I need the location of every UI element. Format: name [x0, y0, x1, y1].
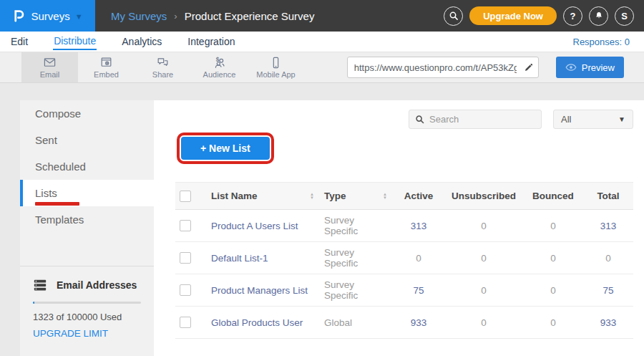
table-row: Product A Users List Survey Specific 313…: [175, 210, 633, 242]
row-checkbox[interactable]: [180, 252, 191, 264]
tab-distribute[interactable]: Distribute: [53, 33, 97, 50]
tab-integration[interactable]: Integration: [187, 34, 235, 49]
column-header-active: Active: [393, 183, 444, 210]
breadcrumb: My Surveys › Product Experience Survey: [111, 10, 314, 22]
new-list-row: + New List: [175, 133, 633, 164]
total-count[interactable]: 933: [600, 317, 617, 328]
email-usage-text: 1323 of 100000 Used: [33, 312, 141, 322]
questionpro-logo-icon: [12, 8, 26, 24]
list-search-box: [409, 110, 542, 129]
active-count[interactable]: 75: [413, 285, 424, 296]
product-label: Surveys: [31, 10, 69, 22]
total-count[interactable]: 75: [602, 285, 613, 296]
unsubscribed-count: 0: [481, 285, 487, 296]
sidebar-item-scheduled[interactable]: Scheduled: [20, 153, 154, 180]
email-envelope-icon: [42, 56, 57, 69]
breadcrumb-my-surveys[interactable]: My Surveys: [111, 10, 167, 22]
unsubscribed-count: 0: [481, 221, 487, 231]
share-chat-bubbles-icon: [155, 56, 170, 69]
bounced-count: 0: [550, 253, 556, 264]
select-all-checkbox[interactable]: [180, 191, 191, 202]
chevron-down-icon: ▼: [75, 12, 83, 21]
email-addresses-section: Email Addresses 1323 of 100000 Used UPGR…: [20, 266, 154, 339]
row-checkbox[interactable]: [180, 317, 191, 328]
annotation-red-underline: [35, 202, 79, 206]
bounced-count: 0: [550, 317, 556, 328]
upgrade-now-button[interactable]: Upgrade Now: [469, 6, 557, 25]
list-name-link[interactable]: Default List-1: [211, 253, 268, 264]
tab-analytics[interactable]: Analytics: [121, 34, 162, 49]
svg-text:$: $: [216, 56, 220, 63]
notifications-bell-icon[interactable]: [589, 6, 608, 26]
search-input[interactable]: [429, 114, 535, 125]
breadcrumb-separator: ›: [174, 11, 177, 21]
active-count[interactable]: 933: [411, 317, 427, 328]
sidebar-item-sent[interactable]: Sent: [20, 127, 154, 153]
table-row: Default List-1 Survey Specific 0 0 0 0: [175, 242, 633, 274]
list-name-link[interactable]: Global Products User: [211, 317, 303, 328]
channel-embed[interactable]: Embed: [78, 52, 135, 82]
sort-icon[interactable]: ▲▼: [383, 193, 387, 200]
email-usage-progress: [33, 302, 141, 304]
total-count: 0: [605, 253, 611, 264]
filter-selected-value: All: [561, 114, 571, 125]
responses-count[interactable]: Responses: 0: [573, 37, 635, 47]
email-lists-table: List Name ▲▼ Type ▲▼ Active Unsubscribed…: [175, 182, 633, 339]
unsubscribed-count: 0: [481, 317, 487, 328]
sidebar-item-templates[interactable]: Templates: [20, 206, 154, 233]
upgrade-limit-link[interactable]: UPGRADE LIMIT: [33, 328, 141, 339]
table-row: Global Products User Global 933 0 0 933: [175, 307, 633, 339]
list-filter-dropdown[interactable]: All ▼: [553, 110, 633, 129]
survey-tab-bar: Edit Distribute Analytics Integration Re…: [0, 32, 644, 52]
table-header-row: List Name ▲▼ Type ▲▼ Active Unsubscribed…: [175, 183, 633, 210]
column-header-list-name[interactable]: List Name ▲▼: [207, 183, 320, 210]
new-list-button[interactable]: + New List: [181, 137, 270, 160]
sidebar-item-lists[interactable]: Lists: [20, 180, 154, 206]
top-actions: Upgrade Now ? S: [444, 6, 644, 26]
share-url-group: Preview: [347, 52, 644, 82]
avatar[interactable]: S: [615, 6, 634, 26]
embed-window-gear-icon: [99, 56, 114, 69]
email-usage-progress-fill: [33, 302, 34, 304]
lists-content: All ▼ + New List List Name ▲▼: [154, 100, 644, 356]
bounced-count: 0: [550, 221, 556, 231]
total-count[interactable]: 313: [600, 221, 617, 231]
active-count: 0: [416, 253, 421, 264]
sort-icon[interactable]: ▲▼: [310, 193, 314, 200]
sidebar-item-compose[interactable]: Compose: [20, 100, 154, 127]
survey-title: Product Experience Survey: [185, 10, 315, 22]
channel-email[interactable]: Email: [21, 52, 78, 82]
column-header-type[interactable]: Type ▲▼: [320, 183, 393, 210]
filters-row: All ▼: [175, 110, 633, 129]
unsubscribed-count: 0: [481, 253, 487, 264]
channel-audience[interactable]: $ Audience: [191, 52, 248, 82]
channel-share[interactable]: Share: [135, 52, 191, 82]
table-row: Product Managers List Survey Specific 75…: [175, 274, 633, 307]
survey-url-field: [347, 57, 539, 78]
column-header-bounced: Bounced: [523, 183, 583, 210]
tab-edit[interactable]: Edit: [10, 34, 29, 49]
active-count[interactable]: 313: [411, 221, 427, 231]
list-name-link[interactable]: Product A Users List: [211, 221, 298, 231]
list-name-link[interactable]: Product Managers List: [211, 285, 308, 296]
surveys-product-menu[interactable]: Surveys ▼: [0, 0, 95, 32]
top-bar: Surveys ▼ My Surveys › Product Experienc…: [0, 0, 644, 32]
row-checkbox[interactable]: [180, 220, 191, 231]
preview-label: Preview: [582, 62, 615, 73]
row-checkbox[interactable]: [180, 284, 191, 296]
help-icon[interactable]: ?: [563, 6, 582, 26]
audience-dollar-people-icon: $: [212, 56, 227, 69]
channel-mobile-app[interactable]: Mobile App: [248, 52, 304, 82]
email-lists-panel: Compose Sent Scheduled Lists Templates: [20, 100, 623, 356]
distribute-channel-bar: Email Embed Share $ Audienc: [0, 52, 644, 83]
bounced-count: 0: [550, 285, 556, 296]
eye-icon: [565, 63, 577, 72]
main-area: Compose Sent Scheduled Lists Templates: [0, 83, 644, 356]
preview-button[interactable]: Preview: [556, 57, 624, 78]
edit-url-pencil-icon[interactable]: [519, 62, 538, 73]
search-icon[interactable]: [444, 6, 463, 26]
column-header-total: Total: [583, 183, 633, 210]
survey-url-input[interactable]: [348, 62, 519, 73]
annotation-highlight-ring: + New List: [177, 133, 274, 164]
chevron-down-icon: ▼: [618, 115, 625, 123]
